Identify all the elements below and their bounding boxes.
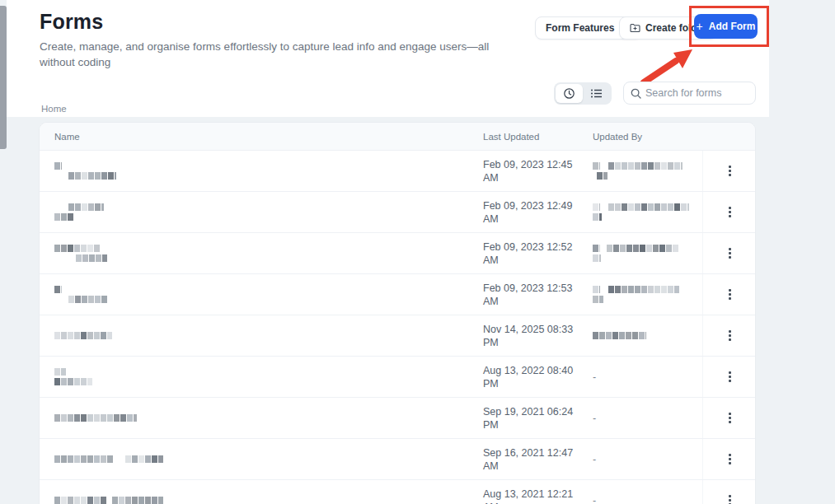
row-actions-kebab-icon[interactable] bbox=[724, 161, 736, 181]
redacted-text-blur bbox=[54, 455, 483, 463]
form-name-cell bbox=[40, 414, 483, 422]
column-header-name: Name bbox=[40, 132, 483, 142]
form-name-cell bbox=[40, 203, 483, 221]
row-actions-kebab-icon[interactable] bbox=[724, 490, 736, 504]
updated-by-cell: - bbox=[593, 413, 702, 424]
row-actions-kebab-icon[interactable] bbox=[724, 284, 736, 305]
redacted-text-blur bbox=[54, 368, 483, 385]
updated-by-cell bbox=[593, 203, 702, 221]
recent-view-toggle[interactable] bbox=[556, 84, 583, 103]
form-name-cell bbox=[40, 286, 483, 303]
form-name-cell bbox=[40, 245, 483, 262]
window-edge-strip bbox=[0, 6, 7, 149]
page-title: Forms bbox=[40, 10, 103, 34]
table-row[interactable]: Aug 13, 2022 08:40PM- bbox=[40, 357, 755, 398]
updated-by-cell bbox=[593, 162, 702, 180]
redacted-text-blur bbox=[54, 332, 483, 339]
last-updated-cell: Feb 09, 2023 12:52AM bbox=[483, 240, 593, 267]
add-form-button[interactable]: + Add Form bbox=[694, 14, 758, 39]
redacted-text-blur bbox=[593, 286, 702, 303]
last-updated-cell: Aug 13, 2021 12:21AM bbox=[483, 488, 593, 504]
redacted-text-blur bbox=[54, 162, 483, 180]
plus-icon: + bbox=[697, 20, 703, 33]
last-updated-cell: Sep 19, 2021 06:24PM bbox=[483, 405, 593, 432]
add-form-label: Add Form bbox=[709, 21, 756, 32]
form-name-cell bbox=[40, 162, 483, 180]
form-features-label: Form Features bbox=[546, 22, 614, 34]
row-actions-kebab-icon[interactable] bbox=[724, 243, 736, 264]
updated-by-cell bbox=[593, 245, 702, 262]
last-updated-cell: Feb 09, 2023 12:45AM bbox=[483, 158, 593, 184]
clock-icon bbox=[563, 87, 575, 100]
form-name-cell bbox=[40, 368, 483, 385]
redacted-text-blur bbox=[54, 286, 483, 303]
row-actions-kebab-icon[interactable] bbox=[724, 408, 736, 428]
redacted-text-blur bbox=[593, 245, 702, 262]
row-actions-kebab-icon[interactable] bbox=[724, 202, 736, 222]
updated-by-cell bbox=[593, 286, 702, 303]
search-box bbox=[623, 82, 756, 105]
last-updated-cell: Aug 13, 2022 08:40PM bbox=[483, 364, 593, 390]
last-updated-cell: Feb 09, 2023 12:53AM bbox=[483, 282, 593, 308]
redacted-text-blur bbox=[593, 162, 702, 180]
last-updated-cell: Sep 16, 2021 12:47AM bbox=[483, 446, 593, 473]
search-input[interactable] bbox=[645, 87, 748, 99]
folder-plus-icon bbox=[630, 23, 640, 33]
view-toggle bbox=[554, 82, 612, 105]
table-row[interactable]: Feb 09, 2023 12:45AM bbox=[40, 151, 755, 192]
updated-by-cell: - bbox=[593, 371, 702, 383]
form-name-cell bbox=[40, 332, 483, 339]
page-subtitle: Create, manage, and organise forms effor… bbox=[40, 39, 495, 70]
redacted-text-blur bbox=[593, 332, 702, 339]
redacted-text-blur bbox=[54, 497, 483, 504]
table-row[interactable]: Feb 09, 2023 12:53AM bbox=[40, 274, 755, 315]
updated-by-cell: - bbox=[593, 495, 702, 504]
updated-by-cell bbox=[593, 332, 702, 339]
table-row[interactable]: Feb 09, 2023 12:49AM bbox=[40, 192, 755, 233]
breadcrumb[interactable]: Home bbox=[41, 104, 67, 114]
redacted-text-blur bbox=[54, 414, 483, 422]
form-name-cell bbox=[40, 497, 483, 504]
table-row[interactable]: Nov 14, 2025 08:33PM bbox=[40, 315, 755, 357]
table-row[interactable]: Sep 16, 2021 12:47AM- bbox=[40, 439, 755, 480]
redacted-text-blur bbox=[593, 203, 702, 221]
list-view-toggle[interactable] bbox=[583, 84, 610, 103]
row-actions-kebab-icon[interactable] bbox=[724, 366, 736, 387]
table-row[interactable]: Sep 19, 2021 06:24PM- bbox=[40, 398, 755, 439]
table-row[interactable]: Feb 09, 2023 12:52AM bbox=[40, 233, 755, 274]
forms-table: Name Last Updated Updated By Feb 09, 202… bbox=[39, 122, 756, 504]
table-row[interactable]: Aug 13, 2021 12:21AM- bbox=[40, 480, 755, 504]
table-header-row: Name Last Updated Updated By bbox=[40, 123, 755, 151]
updated-by-cell: - bbox=[593, 454, 702, 465]
form-name-cell bbox=[40, 455, 483, 463]
table-body: Feb 09, 2023 12:45AMFeb 09, 2023 12:49AM… bbox=[40, 151, 755, 504]
last-updated-cell: Nov 14, 2025 08:33PM bbox=[483, 323, 593, 349]
column-header-updated-by: Updated By bbox=[593, 132, 702, 142]
last-updated-cell: Feb 09, 2023 12:49AM bbox=[483, 199, 593, 226]
row-actions-kebab-icon[interactable] bbox=[724, 449, 736, 469]
column-header-last-updated: Last Updated bbox=[483, 132, 593, 142]
row-actions-kebab-icon[interactable] bbox=[724, 325, 736, 346]
search-icon bbox=[631, 88, 641, 99]
list-icon bbox=[590, 88, 603, 99]
redacted-text-blur bbox=[54, 203, 483, 221]
redacted-text-blur bbox=[54, 245, 483, 262]
